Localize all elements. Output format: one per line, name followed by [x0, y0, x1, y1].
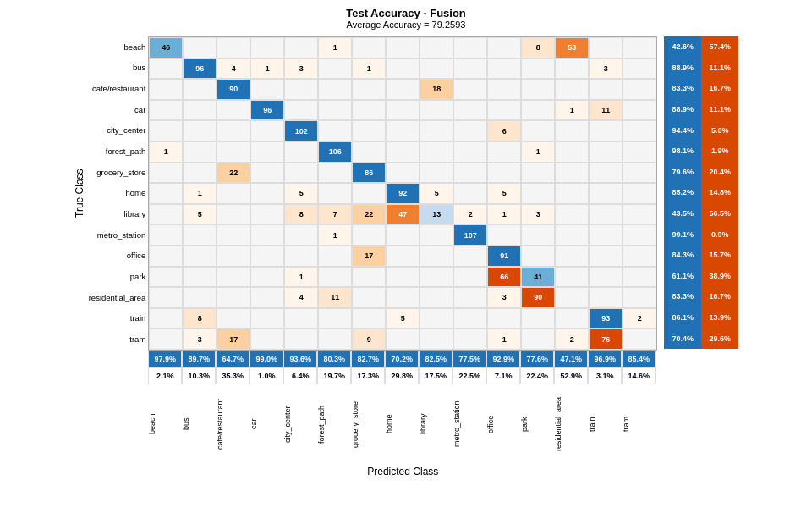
x-axis-tick: cafe/restaurant: [216, 386, 250, 462]
main-area: True Class beachbuscafe/restaurantcarcit…: [74, 36, 739, 478]
side-bot-cell: 13.9%: [701, 307, 738, 329]
matrix-cell: [284, 246, 318, 267]
side-top-cell: 86.1%: [664, 307, 701, 329]
matrix-cell: [284, 37, 318, 58]
matrix-cell: [420, 37, 453, 58]
matrix-cell: [487, 141, 521, 163]
matrix-cell: [352, 37, 386, 58]
matrix-cell: [386, 79, 420, 100]
matrix-cell: [453, 141, 487, 163]
side-bot-cell: 16.7%: [701, 286, 738, 307]
side-row: 88.9%11.1%: [664, 99, 738, 120]
side-bot-cell: 16.7%: [701, 78, 738, 99]
y-axis-tick: car: [134, 99, 145, 120]
matrix-cell: [352, 183, 386, 204]
y-axis-tick: tram: [129, 329, 145, 350]
matrix-cell: [149, 224, 183, 246]
matrix-cell: 96: [250, 100, 284, 121]
matrix-cell: [453, 183, 487, 204]
matrix-cell: [555, 120, 589, 141]
matrix-block: 4618539641313901896111102611061228615925…: [148, 36, 657, 478]
side-top-cell: 70.4%: [664, 328, 701, 349]
matrix-cell: [386, 224, 420, 246]
matrix-cell: [555, 79, 589, 100]
matrix-cell: [555, 204, 589, 225]
matrix-cell: [352, 308, 386, 329]
matrix-cell: [284, 163, 318, 184]
side-row: 70.4%29.6%: [664, 328, 738, 349]
matrix-cell: [183, 120, 217, 141]
matrix-cell: [420, 329, 453, 350]
matrix-cell: [420, 267, 453, 288]
side-row: 43.5%56.5%: [664, 203, 738, 224]
matrix-cell: [589, 79, 623, 100]
matrix-cell: 1: [250, 58, 284, 80]
matrix-cell: [555, 287, 589, 308]
matrix-cell: 96: [183, 58, 217, 80]
matrix-cell: 1: [521, 141, 555, 163]
chart-container: Test Accuracy - Fusion Average Accuracy …: [0, 0, 812, 508]
bottom-bot-cell: 1.0%: [250, 367, 283, 384]
matrix-cell: [250, 204, 284, 225]
bottom-bot-cell: 7.1%: [486, 367, 520, 384]
matrix-cell: [149, 120, 183, 141]
matrix-cell: 107: [453, 224, 487, 246]
matrix-cell: [386, 120, 420, 141]
matrix-cell: [420, 141, 453, 163]
matrix-cell: [284, 100, 318, 121]
matrix-cell: [420, 287, 453, 308]
matrix-cell: [623, 58, 656, 80]
side-row: 61.1%38.9%: [664, 266, 738, 287]
bottom-top-cell: 99.0%: [250, 351, 283, 367]
matrix-cell: [420, 308, 453, 329]
matrix-cell: [487, 163, 521, 184]
bottom-top-cell: 77.5%: [453, 351, 486, 367]
matrix-cell: [352, 224, 386, 246]
matrix-cell: 9: [352, 329, 386, 350]
bottom-bot-cell: 6.4%: [283, 367, 317, 384]
matrix-cell: [149, 183, 183, 204]
matrix-cell: [250, 329, 284, 350]
side-row: 86.1%13.9%: [664, 307, 738, 329]
side-bot-cell: 11.1%: [701, 99, 738, 120]
matrix-cell: 4: [284, 287, 318, 308]
matrix-cell: [352, 287, 386, 308]
matrix-cell: [318, 100, 352, 121]
matrix-cell: [623, 287, 656, 308]
matrix-cell: [589, 224, 623, 246]
x-axis-tick: park: [520, 386, 554, 462]
side-row: 94.4%5.6%: [664, 119, 738, 141]
matrix-cell: [623, 163, 656, 184]
matrix-cell: 1: [284, 267, 318, 288]
y-axis-tick: forest_path: [106, 141, 146, 162]
matrix-cell: [623, 224, 656, 246]
matrix-cell: [352, 100, 386, 121]
matrix-cell: [555, 183, 589, 204]
x-axis-tick: beach: [148, 386, 182, 462]
side-top-cell: 61.1%: [664, 266, 701, 287]
side-row: 85.2%14.8%: [664, 182, 738, 203]
matrix-cell: 11: [318, 287, 352, 308]
bottom-bot-cell: 17.3%: [351, 367, 385, 384]
bottom-top-cell: 82.7%: [351, 351, 385, 367]
side-top-cell: 99.1%: [664, 224, 701, 245]
matrix-cell: [487, 308, 521, 329]
matrix-cell: [318, 163, 352, 184]
bottom-bot-cell: 35.3%: [216, 367, 250, 384]
x-axis-tick: home: [385, 386, 419, 462]
matrix-cell: 102: [284, 120, 318, 141]
matrix-cell: [487, 224, 521, 246]
bottom-labels: beachbuscafe/restaurantcarcity_centerfor…: [148, 386, 657, 462]
matrix-cell: 92: [386, 183, 420, 204]
side-top-cell: 94.4%: [664, 119, 701, 141]
matrix-cell: [318, 329, 352, 350]
matrix-cell: [487, 79, 521, 100]
matrix-cell: [623, 204, 656, 225]
matrix-cell: [453, 100, 487, 121]
chart-subtitle: Average Accuracy = 79.2593: [346, 19, 466, 30]
bottom-top-cell: 93.6%: [283, 351, 317, 367]
matrix-cell: 5: [183, 204, 217, 225]
y-axis-tick: library: [123, 203, 145, 224]
matrix-cell: 3: [183, 329, 217, 350]
side-top-cell: 43.5%: [664, 203, 701, 224]
